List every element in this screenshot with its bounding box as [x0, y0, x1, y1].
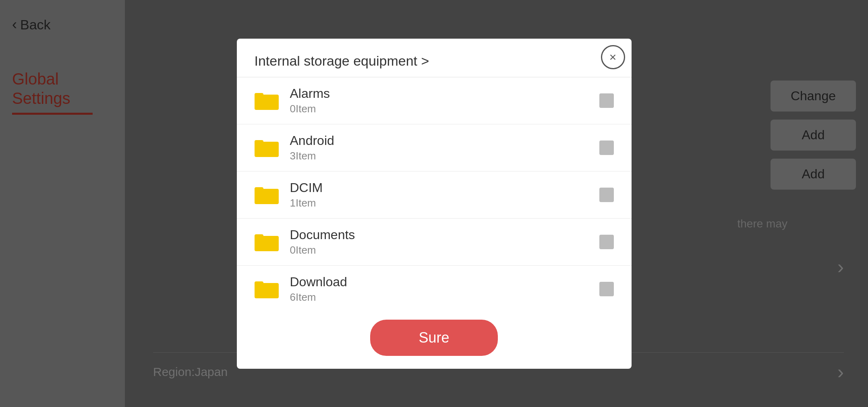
folder-icon: [255, 185, 279, 205]
modal-footer: Sure: [237, 310, 632, 369]
folder-row[interactable]: Documents 0Item: [237, 219, 632, 266]
folder-checkbox[interactable]: [599, 282, 614, 296]
modal-header: Internal storage equipment >: [237, 39, 632, 77]
folder-icon: [255, 279, 279, 299]
folder-count: 1Item: [290, 197, 588, 209]
modal-close-button[interactable]: ×: [601, 45, 625, 69]
svg-rect-14: [255, 281, 263, 286]
modal-title: Internal storage equipment >: [255, 53, 614, 69]
folder-count: 3Item: [290, 150, 588, 162]
folder-row[interactable]: Android 3Item: [237, 124, 632, 171]
sure-button[interactable]: Sure: [370, 320, 497, 356]
svg-rect-11: [255, 234, 263, 239]
folder-info: Alarms 0Item: [290, 86, 588, 115]
folder-checkbox[interactable]: [599, 235, 614, 249]
folder-name: DCIM: [290, 180, 588, 195]
folder-name: Alarms: [290, 86, 588, 101]
folder-icon: [255, 91, 279, 111]
folder-name: Android: [290, 133, 588, 148]
svg-rect-2: [255, 93, 263, 98]
svg-rect-8: [255, 187, 263, 192]
folder-name: Download: [290, 275, 588, 289]
folder-info: DCIM 1Item: [290, 180, 588, 209]
folder-checkbox[interactable]: [599, 140, 614, 155]
folder-name: Documents: [290, 227, 588, 242]
file-picker-modal: × Internal storage equipment > Alarms 0I…: [237, 39, 632, 369]
folder-row[interactable]: DCIM 1Item: [237, 171, 632, 219]
folder-info: Download 6Item: [290, 275, 588, 304]
folder-info: Android 3Item: [290, 133, 588, 162]
folder-count: 0Item: [290, 244, 588, 256]
folder-checkbox[interactable]: [599, 93, 614, 108]
modal-overlay: × Internal storage equipment > Alarms 0I…: [0, 0, 868, 407]
close-icon: ×: [609, 50, 617, 64]
folder-count: 0Item: [290, 103, 588, 115]
svg-rect-5: [255, 140, 263, 145]
folder-icon: [255, 138, 279, 158]
folder-checkbox[interactable]: [599, 188, 614, 202]
folder-count: 6Item: [290, 291, 588, 304]
folder-info: Documents 0Item: [290, 227, 588, 256]
modal-body: Alarms 0Item Android 3Item: [237, 77, 632, 310]
folder-row[interactable]: Download 6Item: [237, 266, 632, 310]
folder-icon: [255, 232, 279, 252]
folder-row[interactable]: Alarms 0Item: [237, 77, 632, 124]
